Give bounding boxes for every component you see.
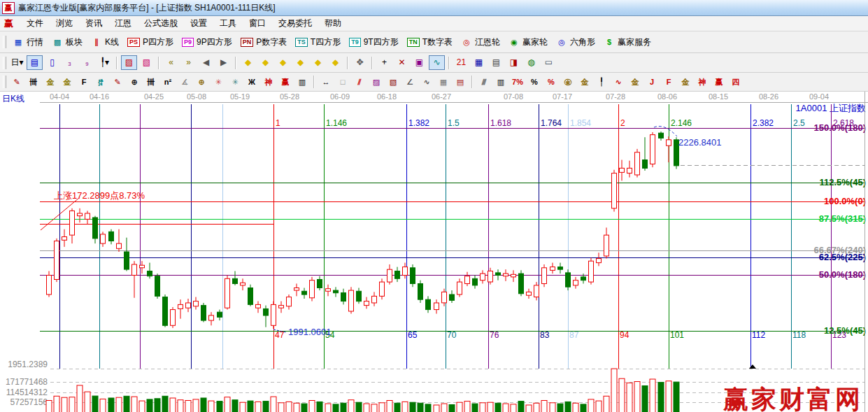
star-grid-2-icon[interactable]: ✳ [227,75,243,89]
f-grid-icon[interactable]: F [76,75,92,89]
toolbar-button-p-square[interactable]: PSP四方形 [124,35,177,50]
grid-tool-icon[interactable]: ▦ [436,75,451,89]
circle-cross-icon[interactable]: ⊕ [194,75,209,89]
menu-item-0[interactable]: 文件 [20,17,50,29]
network-view-icon[interactable]: ▤ [27,55,43,70]
ruler-123-icon[interactable]: ▥ [294,75,310,89]
gold-grid-1-icon[interactable]: 金 [43,75,58,89]
toolbar-button-9t-square[interactable]: T99T四方形 [346,35,402,50]
fan-box-2-icon[interactable]: ▧ [385,75,401,89]
hand-drag-icon[interactable]: ✥ [352,55,368,70]
first-bar-icon[interactable]: « [163,55,179,70]
shrink-h-icon[interactable]: ◆ [292,55,308,70]
web-link-icon[interactable]: ◍ [523,55,539,70]
svg-text:118: 118 [792,330,806,340]
candle-pen-icon[interactable]: ╿ [594,75,609,89]
percent-7-icon[interactable]: 7% [510,75,525,89]
menu-item-5[interactable]: 设置 [184,17,213,29]
info-doc-icon[interactable]: ▯ [44,55,60,70]
pattern-tool-icon[interactable]: ▨ [121,55,137,70]
last-bar-icon[interactable]: » [180,55,197,70]
hash-ruler-icon[interactable]: 卌 [143,75,159,89]
toolbar-button-gann-wheel[interactable]: ◎江恩轮 [457,35,504,50]
shrink-v-icon[interactable]: ◆ [327,55,343,70]
grid-tool-2-icon[interactable]: ▤ [453,75,468,89]
expand-h-icon[interactable]: ◆ [275,55,291,70]
j-angle-icon[interactable]: J [644,75,660,89]
notes-icon[interactable]: ▤ [488,55,504,70]
shen-grid-icon[interactable]: 神 [261,75,276,89]
toolbar-button-t-number-table[interactable]: TNT数字表 [404,35,456,50]
toolbar-button-kline[interactable]: ∥K线 [87,35,122,50]
svg-text:05-28: 05-28 [280,92,299,101]
menu-item-7[interactable]: 窗口 [243,17,272,29]
toolbar-button-t-square[interactable]: TST四方形 [292,35,344,50]
period-day-dropdown-icon[interactable]: 日▾ [9,55,25,70]
f-angle-icon[interactable]: F [661,75,676,89]
percent-levels-icon[interactable]: % [543,75,559,89]
fork-tool-icon[interactable]: Ж [244,75,259,89]
parallel-lines-icon[interactable]: ⫻ [476,75,492,89]
stat-bars-icon[interactable]: ▥ [493,75,508,89]
compass-pen-2-icon[interactable]: ✎ [110,75,125,89]
next-bar-icon[interactable]: ▶ [215,55,232,70]
t-number-table-icon: TN [407,38,420,47]
gann-circle-icon[interactable]: ⊕ [127,75,142,89]
four-angle-icon[interactable]: 四 [728,75,744,89]
menu-item-9[interactable]: 帮助 [318,17,348,29]
print-icon[interactable]: ▭ [541,55,557,70]
toolbar-button-p-number-table[interactable]: PNP数字表 [237,35,291,50]
win-grid-icon[interactable]: 赢 [278,75,293,89]
gann-tools-icon[interactable]: ∿ [429,55,445,70]
percent-icon[interactable]: % [527,75,542,89]
expand-v-icon[interactable]: ◆ [310,55,326,70]
star-grid-1-icon[interactable]: ✳ [211,75,226,89]
chart-area[interactable]: 日K线04-0404-1604-2505-0805-1905-2806-0906… [0,92,868,412]
calendar-icon[interactable]: 21 [453,55,469,70]
gold-circle-icon[interactable]: ㊎ [560,75,576,89]
volume-3-icon[interactable]: ₃ [62,55,78,70]
candle-style-dropdown-icon[interactable]: ╿▾ [97,55,113,70]
draw-tools-icon[interactable]: ▣ [411,55,427,70]
menu-item-1[interactable]: 浏览 [50,17,79,29]
shen-angle-icon[interactable]: 神 [695,75,710,89]
wave-lines-icon[interactable]: ∿ [419,75,434,89]
menu-item-8[interactable]: 交易委托 [272,17,318,29]
n2-ruler-icon[interactable]: n² [160,75,176,89]
angle-lines-icon[interactable]: ∠ [402,75,418,89]
crosshair-icon[interactable]: + [376,55,392,70]
toolbar-button-winner-wheel[interactable]: ◉赢家轮 [505,35,551,50]
menu-item-2[interactable]: 资讯 [79,17,108,29]
zoom-left-icon[interactable]: ◆ [240,55,256,70]
toolbar-button-winner-service[interactable]: $赢家服务 [600,35,655,50]
menu-item-4[interactable]: 公式选股 [138,17,184,29]
kline-chart-canvas[interactable]: 日K线04-0404-1604-2505-0805-1905-2806-0906… [0,92,868,412]
volume-9-icon[interactable]: ₉ [79,55,95,70]
a-wave-icon[interactable]: ∿ [611,75,626,89]
win-angle-icon[interactable]: 赢 [711,75,727,89]
gold-levels-icon[interactable]: 金 [577,75,592,89]
menu-item-3[interactable]: 江恩 [108,17,138,29]
angle-tool-icon[interactable]: ∡ [177,75,192,89]
gold-grid-2-icon[interactable]: 金 [59,75,75,89]
spiral-icon[interactable]: ፸ [93,75,108,89]
toolbar-button-hexagon[interactable]: ◎六角形 [553,35,599,50]
time-ruler-icon[interactable]: 卌 [26,75,41,89]
erase-line-icon[interactable]: ✕ [394,55,410,70]
toolbar-button-9p-square[interactable]: P99P四方形 [178,35,236,50]
fan-box-icon[interactable]: ▨ [369,75,384,89]
menu-item-6[interactable]: 工具 [213,17,243,29]
gold-underline-icon[interactable]: 金 [627,75,643,89]
width-arrow-icon[interactable]: ↔ [318,75,334,89]
box-tool-icon[interactable]: □ [335,75,350,89]
save-icon[interactable]: ◨ [506,55,522,70]
toolbar-button-sectors[interactable]: ▩板块 [48,35,86,50]
calculator-icon[interactable]: ▦ [471,55,487,70]
zoom-right-icon[interactable]: ◆ [257,55,273,70]
color-bars-icon[interactable]: ▧ [138,55,155,70]
gold-angle-icon[interactable]: 金 [678,75,693,89]
fan-lines-icon[interactable]: ⫽ [352,75,367,89]
compass-pen-icon[interactable]: ✎ [9,75,24,89]
toolbar-button-quotes[interactable]: ▦行情 [9,35,47,50]
prev-bar-icon[interactable]: ◀ [198,55,214,70]
